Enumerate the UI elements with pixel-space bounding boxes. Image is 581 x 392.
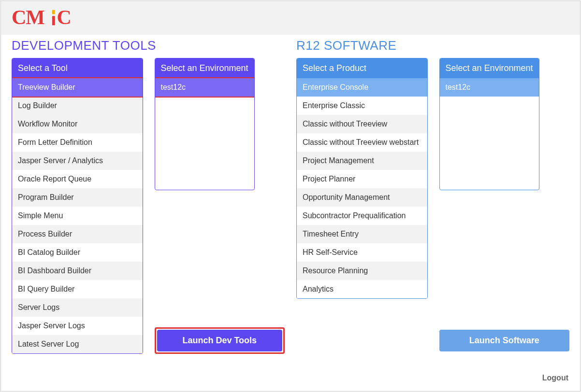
launch-software-button[interactable]: Launch Software <box>439 330 570 351</box>
r12-env-column: Select an Environment test12c Launch Sof… <box>439 58 570 354</box>
r12-product-item[interactable]: Timesheet Entry <box>297 225 427 243</box>
dev-tool-item[interactable]: Form Letter Definition <box>12 133 143 152</box>
r12-product-item[interactable]: Resource Planning <box>297 262 427 280</box>
r12-env-panel: Select an Environment test12c <box>439 58 539 190</box>
r12-product-header: Select a Product <box>297 58 427 78</box>
dev-section: DEVELOPMENT TOOLS Select a Tool Treeview… <box>12 38 285 354</box>
dev-tool-selected-highlight: Treeview Builder <box>12 78 143 97</box>
r12-product-item[interactable]: Classic without Treeview <box>297 115 427 133</box>
r12-product-item[interactable]: Classic without Treeview webstart <box>297 133 427 152</box>
dev-tool-item[interactable]: Workflow Monitor <box>12 115 143 133</box>
dev-env-panel: Select an Environment test12c <box>155 58 255 190</box>
logout-link[interactable]: Logout <box>542 374 568 382</box>
r12-product-item[interactable]: HR Self-Service <box>297 243 427 262</box>
cmic-logo: CM C <box>12 8 569 31</box>
r12-section: R12 SOFTWARE Select a Product Enterprise… <box>296 38 569 354</box>
dev-tool-item[interactable]: Process Builder <box>12 225 143 243</box>
r12-env-header: Select an Environment <box>440 58 539 78</box>
r12-product-item[interactable]: Project Planner <box>297 170 427 188</box>
dev-tool-item[interactable]: Log Builder <box>12 97 143 115</box>
dev-launch-row: Launch Dev Tools <box>155 327 285 354</box>
svg-text:CM: CM <box>12 8 44 28</box>
dev-tool-item[interactable]: Program Builder <box>12 188 143 207</box>
dev-tool-item[interactable]: Oracle Report Queue <box>12 170 143 188</box>
r12-product-item-enterprise-console[interactable]: Enterprise Console <box>297 78 427 97</box>
dev-tool-item[interactable]: Simple Menu <box>12 207 143 225</box>
app-frame: CM C DEVELOPMENT TOOLS Select a Tool Tre… <box>0 0 581 392</box>
dev-section-title: DEVELOPMENT TOOLS <box>12 38 285 53</box>
r12-product-item[interactable]: Analytics <box>297 280 427 298</box>
dev-tool-item[interactable]: Jasper Server Logs <box>12 317 143 335</box>
spacer <box>155 190 285 322</box>
cmic-logo-svg: CM C <box>12 8 86 28</box>
svg-rect-2 <box>52 16 55 25</box>
r12-env-item-test12c[interactable]: test12c <box>440 78 539 97</box>
dev-tool-panel: Select a Tool Treeview Builder Log Build… <box>12 58 143 354</box>
r12-product-item[interactable]: Opportunity Management <box>297 188 427 207</box>
dev-env-header: Select an Environment <box>155 58 254 78</box>
dev-tool-item[interactable]: BI Query Builder <box>12 280 143 298</box>
svg-rect-1 <box>52 10 55 14</box>
r12-launch-row: Launch Software <box>439 327 570 354</box>
r12-product-item[interactable]: Enterprise Classic <box>297 97 427 115</box>
dev-tool-item[interactable]: BI Dashboard Builder <box>12 262 143 280</box>
r12-product-panel: Select a Product Enterprise Console Ente… <box>296 58 428 299</box>
dev-env-column: Select an Environment test12c Launch Dev… <box>155 58 285 354</box>
r12-columns: Select a Product Enterprise Console Ente… <box>296 58 569 354</box>
svg-text:C: C <box>57 8 71 28</box>
dev-tool-item[interactable]: Jasper Server / Analytics <box>12 152 143 170</box>
dev-env-selected-highlight: test12c <box>155 78 254 97</box>
dev-env-item-test12c[interactable]: test12c <box>155 78 254 97</box>
r12-section-title: R12 SOFTWARE <box>296 38 569 53</box>
dev-columns: Select a Tool Treeview Builder Log Build… <box>12 58 285 354</box>
main-sections: DEVELOPMENT TOOLS Select a Tool Treeview… <box>12 38 569 354</box>
r12-product-item[interactable]: Project Management <box>297 152 427 170</box>
dev-launch-highlight: Launch Dev Tools <box>155 327 285 354</box>
dev-tool-item[interactable]: Latest Server Log <box>12 335 143 353</box>
dev-tool-item-treeview-builder[interactable]: Treeview Builder <box>12 78 143 97</box>
dev-tool-item[interactable]: BI Catalog Builder <box>12 243 143 262</box>
spacer <box>439 190 570 322</box>
launch-dev-tools-button[interactable]: Launch Dev Tools <box>157 330 283 351</box>
dev-tool-item[interactable]: Server Logs <box>12 298 143 317</box>
dev-tool-header: Select a Tool <box>12 58 143 78</box>
r12-product-item[interactable]: Subcontractor Prequalification <box>297 207 427 225</box>
